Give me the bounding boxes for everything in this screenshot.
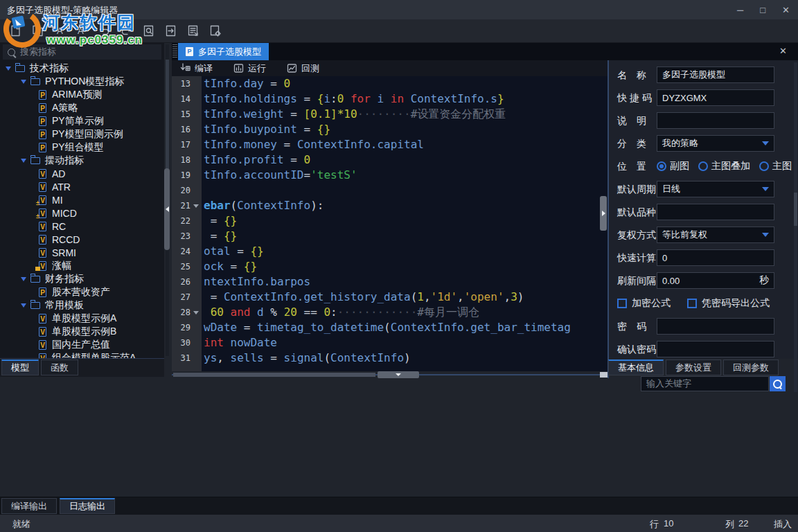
tree-item[interactable]: V国内生产总值 bbox=[0, 338, 161, 351]
tab-close-icon[interactable]: ✕ bbox=[779, 46, 787, 56]
property-select[interactable]: 日线 bbox=[657, 181, 774, 197]
fold-arrow-icon[interactable] bbox=[192, 198, 202, 213]
tree-item[interactable]: VSRMI bbox=[0, 246, 161, 259]
font-decrease-icon[interactable]: A bbox=[53, 24, 67, 38]
document-settings-icon[interactable] bbox=[208, 24, 222, 38]
run-button[interactable]: 运行 bbox=[233, 62, 266, 75]
tree-item-label: ARIMA预测 bbox=[52, 89, 102, 101]
radio-option[interactable]: 副图 bbox=[657, 160, 689, 172]
undo-icon[interactable] bbox=[97, 24, 112, 38]
tree-item[interactable]: V单股模型示例B bbox=[0, 325, 161, 338]
radio-icon[interactable] bbox=[698, 161, 708, 171]
fold-arrow-icon[interactable] bbox=[192, 305, 202, 320]
property-input[interactable] bbox=[657, 112, 774, 129]
code-token: ) bbox=[404, 351, 411, 364]
tree-item[interactable]: PYTHON模型指标 bbox=[0, 75, 161, 88]
new-file-icon[interactable] bbox=[8, 24, 23, 38]
tree-item[interactable]: 摆动指标 bbox=[0, 154, 161, 167]
tree-item-label: 单股模型示例B bbox=[52, 326, 116, 338]
tree-item[interactable]: V单股模型示例A bbox=[0, 312, 161, 325]
backtest-button[interactable]: 回测 bbox=[287, 62, 319, 75]
code-line: 20 bbox=[172, 183, 608, 198]
output-tab-1[interactable]: 编译输出 bbox=[1, 498, 57, 514]
inspector-collapse-handle[interactable] bbox=[600, 196, 607, 231]
tree-item[interactable]: 常用模板 bbox=[0, 299, 161, 312]
radio-selected-icon[interactable] bbox=[657, 161, 666, 171]
keyword-search-button[interactable] bbox=[770, 376, 786, 391]
expander-arrow-icon[interactable] bbox=[21, 159, 26, 163]
tree-item-label: 技术指标 bbox=[30, 62, 69, 75]
folder-icon bbox=[30, 276, 40, 283]
property-input[interactable]: DYZXGMX bbox=[657, 89, 774, 106]
inspector-tab-3[interactable]: 回测参数 bbox=[723, 360, 779, 375]
tree-item[interactable]: 技术指标 bbox=[0, 62, 161, 75]
code-text: wDate = timetag_to_datetime(ContextInfo.… bbox=[202, 320, 571, 335]
radio-option[interactable]: 主图 bbox=[759, 160, 792, 172]
compile-button[interactable]: 编译 bbox=[180, 62, 213, 75]
tree-item[interactable]: V组合模型单股示范A bbox=[0, 351, 161, 358]
property-value: 我的策略 bbox=[662, 137, 698, 150]
tree-item[interactable]: VAD bbox=[0, 167, 161, 180]
expander-arrow-icon[interactable] bbox=[6, 66, 11, 71]
property-input[interactable]: 0.00秒 bbox=[657, 272, 774, 289]
property-input[interactable] bbox=[657, 341, 774, 357]
code-token: ntextInfo.barpos bbox=[204, 275, 310, 288]
property-input[interactable]: 多因子选股模型 bbox=[657, 66, 774, 83]
checkbox-option[interactable]: 加密公式 bbox=[617, 297, 671, 310]
search-placeholder: 搜索指标 bbox=[20, 46, 56, 58]
export-icon[interactable] bbox=[163, 24, 178, 38]
file-letter: V bbox=[40, 263, 45, 270]
expander-arrow-icon[interactable] bbox=[21, 303, 26, 308]
tree-item[interactable]: PARIMA预测 bbox=[0, 88, 161, 101]
tree-item[interactable]: VRCCD bbox=[0, 233, 161, 246]
expander-arrow-icon[interactable] bbox=[21, 277, 26, 281]
output-tab-2[interactable]: 日志输出 bbox=[60, 498, 115, 514]
script-icon[interactable] bbox=[186, 24, 200, 38]
tree-item[interactable]: P股本营收资产 bbox=[0, 285, 161, 299]
tree-item[interactable]: V涨幅 bbox=[0, 259, 161, 272]
property-select[interactable]: 等比前复权 bbox=[657, 227, 774, 243]
tree-item[interactable]: 财务指标 bbox=[0, 272, 161, 285]
maximize-button[interactable]: □ bbox=[760, 5, 765, 15]
copy-icon[interactable] bbox=[30, 24, 45, 38]
inspector-tab-2[interactable]: 参数设置 bbox=[666, 360, 721, 375]
close-button[interactable]: ✕ bbox=[782, 5, 790, 15]
property-input[interactable] bbox=[657, 318, 774, 335]
redo-icon[interactable] bbox=[119, 24, 134, 38]
sidebar-tab-2[interactable]: 函数 bbox=[41, 360, 78, 375]
search-document-icon[interactable] bbox=[141, 24, 156, 38]
font-increase-icon[interactable]: A+ bbox=[75, 24, 89, 38]
property-select[interactable]: 我的策略 bbox=[657, 135, 774, 152]
tree-item[interactable]: PPY模型回测示例 bbox=[0, 127, 161, 141]
hscroll-thumb[interactable] bbox=[173, 373, 375, 377]
code-editor[interactable]: 13tInfo.day = 014tInfo.holdings = {i:0 f… bbox=[172, 76, 608, 371]
tree-item[interactable]: PPY组合模型 bbox=[0, 141, 161, 154]
inspector-scrollbar[interactable] bbox=[794, 62, 797, 392]
property-input[interactable] bbox=[657, 204, 774, 220]
inspector-tab-1[interactable]: 基本信息 bbox=[608, 360, 664, 375]
expander-arrow-icon[interactable] bbox=[21, 80, 26, 84]
tree-item[interactable]: V±MICD bbox=[0, 206, 161, 220]
checkbox-option[interactable]: 凭密码导出公式 bbox=[687, 297, 770, 310]
indicator-search-input[interactable]: 搜索指标 bbox=[3, 44, 161, 60]
code-token: = bbox=[224, 260, 244, 273]
status-ready: 就绪 bbox=[12, 518, 30, 531]
sidebar-collapse-handle[interactable] bbox=[164, 168, 170, 250]
editor-tab-active[interactable]: P 多因子选股模型 bbox=[178, 43, 269, 60]
tree-item[interactable]: VRC bbox=[0, 220, 161, 233]
tree-item[interactable]: VATR bbox=[0, 180, 161, 193]
tree-item[interactable]: V±MI bbox=[0, 193, 161, 206]
tree-item-label: PYTHON模型指标 bbox=[45, 76, 124, 88]
keyword-search-input[interactable]: 输入关键字 bbox=[641, 376, 769, 391]
checkbox-icon[interactable] bbox=[687, 299, 697, 308]
tree-item[interactable]: PA策略 bbox=[0, 101, 161, 114]
radio-option[interactable]: 主图叠加 bbox=[698, 160, 750, 172]
checkbox-icon[interactable] bbox=[617, 299, 627, 308]
tree-item[interactable]: PPY简单示例 bbox=[0, 114, 161, 127]
radio-icon[interactable] bbox=[759, 161, 769, 171]
minimize-button[interactable]: ─ bbox=[737, 5, 743, 15]
tabbar-grip-handle[interactable] bbox=[172, 44, 177, 59]
bottom-panel-collapse-handle[interactable] bbox=[378, 371, 419, 378]
sidebar-tab-1[interactable]: 模型 bbox=[1, 360, 39, 375]
property-input[interactable]: 0 bbox=[657, 249, 774, 266]
